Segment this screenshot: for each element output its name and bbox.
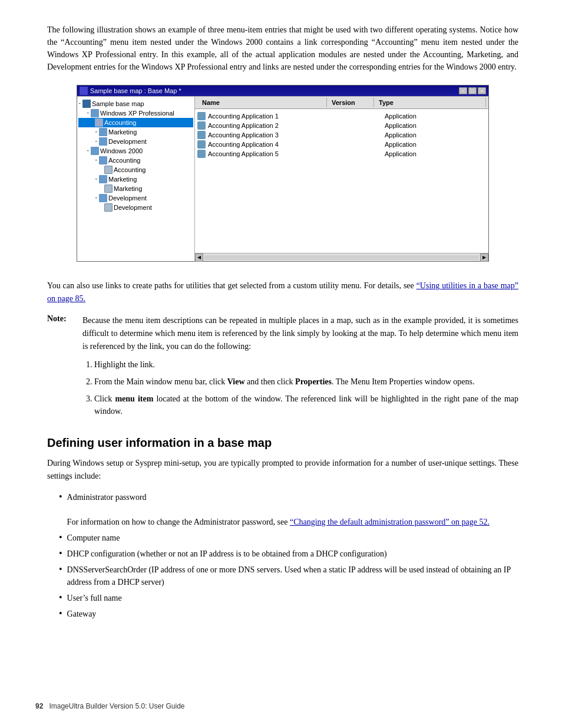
app-icon-4 — [197, 140, 206, 149]
app-icon-1 — [197, 112, 206, 120]
tree-label-dev-wxp: Development — [108, 138, 147, 145]
scrollbar-track[interactable] — [204, 255, 479, 260]
app-icon-5 — [197, 150, 206, 158]
tree-item-dev-w2k[interactable]: ⁃ Development — [78, 193, 193, 203]
app-icon-2 — [197, 121, 206, 130]
close-button[interactable]: × — [478, 87, 486, 94]
expand-icon-mkt-w2k: ⁃ — [95, 176, 98, 182]
step-3: Click menu item located at the bottom of… — [94, 393, 518, 417]
list-items: Accounting Application 1 Application Acc… — [195, 109, 488, 253]
bullet-dot-2: • — [59, 533, 62, 542]
folder-icon-mkt-w2k — [99, 175, 107, 183]
bullet-computer-name: • Computer name — [59, 532, 518, 544]
tree-item-w2k[interactable]: ⁃ Windows 2000 — [78, 146, 193, 156]
step-2-properties: Properties — [295, 377, 332, 386]
expand-icon-mkt: ⁃ — [95, 129, 98, 135]
section-intro: During Windows setup or Sysprep mini-set… — [47, 457, 518, 482]
tree-root-label: Sample base map — [92, 100, 144, 107]
steps-list: Highlight the link. From the Main window… — [94, 358, 518, 417]
row-type-2: Application — [385, 122, 486, 129]
header-version: Version — [327, 98, 374, 107]
window-body: ⁃ Sample base map ⁃ Windows XP Professio… — [77, 96, 488, 261]
list-header: Name Version Type — [195, 97, 488, 109]
tree-item-wxp[interactable]: ⁃ Windows XP Professional — [78, 108, 193, 118]
screenshot-window: Sample base map : Base Map * − □ × ⁃ Sam… — [77, 85, 489, 262]
note-text: Because the menu item descriptions can b… — [82, 316, 518, 350]
tree-label-w2k: Windows 2000 — [100, 147, 143, 154]
tree-label-mkt-link: Marketing — [114, 185, 142, 192]
expand-icon-dev-w2k: ⁃ — [95, 195, 98, 201]
list-row[interactable]: Accounting Application 2 Application — [195, 121, 488, 130]
admin-password-link[interactable]: “Changing the default administration pas… — [290, 518, 490, 526]
row-name-3: Accounting Application 3 — [208, 131, 338, 139]
bullet-content-1: Administrator password For information o… — [67, 491, 518, 528]
row-type-3: Application — [385, 131, 486, 139]
list-row[interactable]: Accounting Application 4 Application — [195, 140, 488, 149]
row-name-2: Accounting Application 2 — [208, 122, 338, 129]
app-icon-3 — [197, 131, 206, 139]
window-controls[interactable]: − □ × — [459, 87, 486, 94]
bullet-content-5: User’s full name — [67, 592, 518, 604]
tree-label-acct-wxp: Accounting — [104, 119, 136, 126]
tree-label-dev-link: Development — [114, 204, 152, 211]
row-name-4: Accounting Application 4 — [208, 141, 338, 148]
footer-text: ImageUltra Builder Version 5.0: User Gui… — [49, 702, 184, 710]
tree-item-mkt-link[interactable]: Marketing — [78, 184, 193, 193]
bullet-dns: • DNSServerSearchOrder (IP address of on… — [59, 564, 518, 588]
step-2-and: and then click — [245, 377, 296, 386]
folder-icon-acct-w2k — [99, 156, 107, 164]
section-heading: Defining user information in a base map — [47, 436, 518, 450]
intro-paragraph: The following illustration shows an exam… — [47, 24, 518, 73]
bullet-username-label: User’s full name — [67, 594, 122, 602]
note-section: Note: Because the menu item descriptions… — [47, 314, 518, 422]
page-number: 92 — [35, 702, 43, 710]
bullet-admin-label: Administrator password — [67, 493, 147, 502]
root-icon — [82, 100, 91, 108]
right-panel: Name Version Type Accounting Application… — [195, 97, 488, 261]
list-row[interactable]: Accounting Application 5 Application — [195, 149, 488, 159]
row-name-5: Accounting Application 5 — [208, 150, 338, 157]
tree-item-dev-wxp[interactable]: ⁃ Development — [78, 137, 193, 146]
step-3-suffix: located at the bottom of the window. The… — [94, 394, 518, 416]
bullet-gateway-label: Gateway — [67, 610, 97, 618]
minimize-button[interactable]: − — [459, 87, 467, 94]
note-label: Note: — [47, 314, 77, 422]
tree-item-marketing-wxp[interactable]: ⁃ Marketing — [78, 127, 193, 137]
expand-icon-wxp: ⁃ — [87, 110, 90, 116]
row-type-1: Application — [385, 113, 486, 120]
scroll-left-button[interactable]: ◀ — [195, 253, 203, 262]
list-row[interactable]: Accounting Application 1 Application — [195, 111, 488, 121]
step-2-suffix: . The Menu Item Properties window opens. — [332, 377, 474, 386]
list-row[interactable]: Accounting Application 3 Application — [195, 130, 488, 140]
expand-icon-dev: ⁃ — [95, 139, 98, 144]
window-titlebar: Sample base map : Base Map * − □ × — [77, 85, 488, 96]
maximize-button[interactable]: □ — [468, 87, 477, 94]
tree-item-accounting-wxp[interactable]: Accounting — [78, 118, 193, 127]
tree-item-mkt-w2k[interactable]: ⁃ Marketing — [78, 174, 193, 184]
tree-panel[interactable]: ⁃ Sample base map ⁃ Windows XP Professio… — [77, 97, 195, 261]
step-3-prefix: Click — [94, 394, 115, 403]
folder-icon-mkt — [99, 128, 107, 136]
tree-item-dev-link[interactable]: Development — [78, 203, 193, 212]
tree-item-acct-w2k[interactable]: ⁃ Accounting — [78, 156, 193, 165]
step-2: From the Main window menu bar, click Vie… — [94, 375, 518, 388]
bullet-admin-password: • Administrator password For information… — [59, 491, 518, 528]
tree-label-acct-w2k: Accounting — [108, 157, 140, 164]
expand-icon-acct-w2k: ⁃ — [95, 157, 98, 163]
bullet-admin-subnote: For information on how to change the Adm… — [67, 518, 290, 526]
link-icon-acct — [104, 166, 113, 174]
bullet-dhcp-label: DHCP configuration (whether or not an IP… — [67, 549, 387, 558]
header-type: Type — [374, 98, 486, 107]
list-content: Accounting Application 1 Application Acc… — [195, 109, 488, 253]
tree-item-acct-link[interactable]: Accounting — [78, 165, 193, 174]
body-paragraph-1: You can also use links to create paths f… — [47, 279, 518, 305]
bullet-dot-6: • — [59, 609, 62, 618]
link-icon-dev — [104, 203, 113, 212]
tree-root[interactable]: ⁃ Sample base map — [78, 99, 193, 108]
tree-label-wxp: Windows XP Professional — [100, 110, 174, 117]
scroll-right-button[interactable]: ▶ — [480, 253, 488, 262]
bullet-content-6: Gateway — [67, 608, 518, 620]
window-title: Sample base map : Base Map * — [90, 87, 181, 94]
bullet-list: • Administrator password For information… — [59, 491, 518, 620]
horizontal-scrollbar[interactable]: ◀ ▶ — [195, 253, 488, 261]
